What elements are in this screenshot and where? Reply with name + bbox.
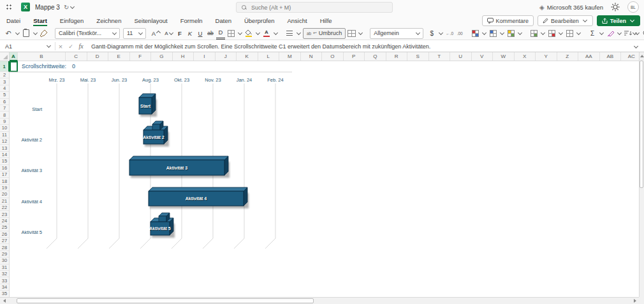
row-header-23[interactable]: 23: [0, 211, 9, 217]
app-launcher-icon[interactable]: [6, 4, 13, 11]
column-header-U[interactable]: U: [450, 52, 472, 61]
row-header-20[interactable]: 20: [0, 191, 9, 198]
row-header-8[interactable]: 8: [0, 112, 9, 118]
column-header-T[interactable]: T: [429, 52, 451, 61]
find-button[interactable]: [641, 28, 644, 39]
borders-chevron-icon[interactable]: [238, 30, 242, 34]
excel-logo-icon[interactable]: X: [21, 3, 30, 11]
font-name-select[interactable]: Calibri (Textkör...: [55, 28, 120, 39]
row-header-26[interactable]: 26: [0, 231, 9, 238]
fill-color-button[interactable]: [244, 28, 253, 39]
format-cells-chevron-icon[interactable]: [576, 30, 581, 34]
column-header-A[interactable]: A: [10, 52, 18, 61]
row-header-32[interactable]: 32: [0, 271, 9, 277]
horizontal-scrollbar[interactable]: [0, 297, 639, 304]
column-header-I[interactable]: I: [194, 52, 216, 61]
cell-B1[interactable]: Scrollschrittweite:: [22, 63, 66, 69]
row-header-3[interactable]: 3: [0, 78, 9, 85]
shrink-font-button[interactable]: A: [163, 28, 174, 39]
sort-filter-button[interactable]: [624, 28, 633, 39]
double-underline-button[interactable]: D: [216, 27, 225, 40]
saved-status-icon[interactable]: ↻: [64, 4, 69, 11]
row-header-19[interactable]: 19: [0, 185, 9, 191]
row-header-24[interactable]: 24: [0, 218, 9, 224]
bold-button[interactable]: F: [175, 28, 184, 39]
row-header-10[interactable]: 10: [0, 125, 9, 131]
delete-cells-chevron-icon[interactable]: [559, 30, 563, 34]
currency-button[interactable]: $: [427, 28, 436, 39]
grow-font-button[interactable]: A: [150, 28, 161, 39]
format-painter-button[interactable]: [40, 28, 48, 39]
alignment-button[interactable]: [285, 28, 294, 39]
row-header-30[interactable]: 30: [0, 257, 9, 264]
document-title[interactable]: Mappe 3: [35, 4, 60, 11]
column-header-M[interactable]: M: [279, 52, 301, 61]
clear-button[interactable]: [606, 28, 615, 39]
scroll-left-arrow-icon[interactable]: [3, 299, 6, 303]
underline-button[interactable]: U: [196, 28, 205, 39]
borders-button[interactable]: [226, 28, 235, 39]
alignment-chevron-icon[interactable]: [296, 30, 301, 34]
column-header-X[interactable]: X: [515, 52, 536, 61]
column-header-B[interactable]: B: [18, 52, 66, 61]
conditional-formatting-chevron-icon[interactable]: [482, 30, 487, 34]
column-header-Z[interactable]: Z: [557, 52, 579, 61]
insert-cells-chevron-icon[interactable]: [541, 30, 545, 34]
name-box[interactable]: A1: [0, 41, 55, 52]
column-header-Y[interactable]: Y: [536, 52, 557, 61]
row-header-13[interactable]: 13: [0, 145, 9, 151]
row-header-34[interactable]: 34: [0, 284, 9, 291]
title-chevron-icon[interactable]: [70, 4, 75, 8]
currency-chevron-icon[interactable]: [439, 30, 443, 34]
row-header-9[interactable]: 9: [0, 119, 9, 125]
delete-cells-button[interactable]: [547, 28, 556, 39]
row-header-6[interactable]: 6: [0, 99, 9, 105]
cell-styles-chevron-icon[interactable]: [518, 30, 522, 34]
column-header-E[interactable]: E: [108, 52, 130, 61]
select-all-corner[interactable]: [0, 52, 10, 61]
editing-mode-button[interactable]: Bearbeiten: [538, 15, 593, 26]
column-header-Q[interactable]: Q: [365, 52, 386, 61]
row-header-14[interactable]: 14: [0, 152, 9, 158]
merge-cells-button[interactable]: [347, 28, 356, 39]
font-size-select[interactable]: 11: [123, 28, 146, 39]
settings-gear-icon[interactable]: [611, 3, 620, 11]
row-header-28[interactable]: 28: [0, 244, 9, 250]
format-cells-button[interactable]: [565, 28, 574, 39]
column-header-J[interactable]: J: [216, 52, 237, 61]
row-header-27[interactable]: 27: [0, 238, 9, 244]
column-header-V[interactable]: V: [472, 52, 494, 61]
paste-button[interactable]: [22, 28, 31, 39]
row-header-12[interactable]: 12: [0, 138, 9, 145]
row-header-17[interactable]: 17: [0, 171, 9, 178]
column-header-F[interactable]: F: [130, 52, 152, 61]
menu-datei[interactable]: Datei: [0, 14, 27, 27]
menu-ansicht[interactable]: Ansicht: [281, 14, 313, 27]
row-header-29[interactable]: 29: [0, 251, 9, 257]
font-color-button[interactable]: A: [262, 28, 271, 39]
vertical-scrollbar[interactable]: [639, 52, 644, 304]
row-header-5[interactable]: 5: [0, 92, 9, 98]
share-button[interactable]: Teilen: [597, 15, 640, 26]
italic-button[interactable]: K: [186, 28, 194, 39]
row-header-22[interactable]: 22: [0, 205, 9, 211]
conditional-formatting-button[interactable]: [471, 28, 479, 39]
row-header-15[interactable]: 15: [0, 158, 9, 164]
scroll-up-arrow-icon[interactable]: [640, 55, 644, 57]
menu-zeichnen[interactable]: Zeichnen: [90, 14, 128, 27]
paste-menu-chevron-icon[interactable]: [33, 30, 38, 34]
comments-button[interactable]: Kommentare: [482, 15, 534, 26]
row-header-25[interactable]: 25: [0, 224, 9, 231]
row-header-21[interactable]: 21: [0, 198, 9, 205]
row-header-31[interactable]: 31: [0, 264, 9, 271]
menu-seitenlayout[interactable]: Seitenlayout: [128, 14, 173, 27]
row-header-1[interactable]: 1: [0, 61, 10, 72]
fill-color-chevron-icon[interactable]: [256, 30, 260, 34]
strikethrough-button[interactable]: ab: [206, 28, 215, 39]
cancel-entry-icon[interactable]: ×: [55, 43, 66, 50]
column-header-O[interactable]: O: [322, 52, 344, 61]
column-header-W[interactable]: W: [493, 52, 515, 61]
menu-daten[interactable]: Daten: [209, 14, 238, 27]
row-header-7[interactable]: 7: [0, 105, 9, 112]
sheet-canvas[interactable]: [10, 61, 639, 297]
